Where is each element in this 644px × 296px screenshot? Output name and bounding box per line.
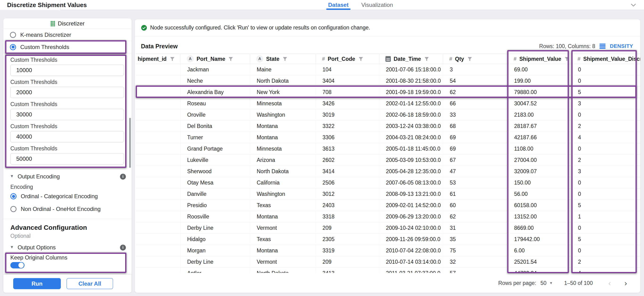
column-header-State[interactable]: A State (250, 54, 316, 64)
node-title-box: Discretize Shipment Values (0, 0, 60, 10)
column-type-icon: # (514, 56, 516, 62)
table-row[interactable]: Antler North Dakota3413 2011-03-21 07:37… (136, 268, 640, 273)
discretizer-options: K-means Discretizer Custom Thresholds (3, 29, 132, 53)
tab-dataset[interactable]: Dataset (328, 0, 349, 10)
threshold-label: Custom Thresholds (10, 145, 124, 152)
radio-option-label: K-means Discretizer (20, 32, 71, 38)
table-row[interactable]: Derby Line Vermont209 2010-07-14 03:14:0… (136, 256, 640, 268)
threshold-field-group: Custom Thresholds (10, 56, 124, 76)
table-row[interactable]: Turner Montana3306 2004-03-21 08:24:00.0… (136, 132, 640, 143)
radio-option[interactable]: Non Ordinal - OneHot Encoding (4, 203, 132, 216)
column-type-icon: A (256, 56, 263, 62)
density-button[interactable]: DENSITY (610, 43, 633, 49)
radio-option[interactable]: K-means Discretizer (3, 29, 132, 41)
column-header-Shipment_Value[interactable]: # Shipment_Value (508, 54, 572, 64)
table-row[interactable]: Danville Washington3012 2008-09-13 13:21… (136, 188, 640, 200)
preview-header: Data Preview Rows: 100, Columns: 8 DENSI… (141, 36, 633, 54)
output-options-title: Output Options (18, 244, 56, 251)
table-row[interactable]: Neche North Dakota3404 2001-08-30 21:58:… (136, 76, 640, 87)
column-name: Port_Code (328, 56, 355, 62)
table-row[interactable]: Alexandria Bay New York708 2001-09-18 19… (136, 87, 640, 98)
threshold-input[interactable] (10, 131, 124, 142)
table-row[interactable]: Presidio Texas2403 2009-02-01 14:52:00.0… (136, 200, 640, 211)
table-row[interactable]: Jackman Maine104 2001-07-06 15:18:00.03 … (136, 64, 640, 76)
column-header-Qty[interactable]: # Qty (443, 54, 508, 64)
chevron-down-icon[interactable] (630, 2, 637, 8)
column-name: Port_Name (196, 56, 225, 62)
advanced-configuration-title: Advanced Configuration (10, 224, 87, 232)
optional-label: Optional (10, 233, 31, 239)
filter-icon[interactable] (228, 56, 234, 62)
filter-icon[interactable] (564, 56, 570, 62)
encoding-label: Encoding (10, 184, 33, 190)
threshold-list: Custom Thresholds Custom Thresholds Cust… (10, 56, 124, 167)
table-row[interactable]: Grand Portage Minnesota3613 2005-01-18 1… (136, 143, 640, 154)
panel-footer: Run Clear All (3, 274, 132, 293)
filter-icon[interactable] (170, 56, 175, 62)
rows-per-page-select[interactable]: 50 ▼ (540, 280, 553, 286)
collapse-triangle-icon[interactable]: ▼ (10, 174, 14, 179)
filter-icon[interactable] (467, 56, 473, 62)
column-header-Shipment_Value_Discretize[interactable]: # Shipment_Value_Discretize (572, 54, 640, 64)
filter-icon[interactable] (424, 56, 430, 62)
table-row[interactable]: Morgan Montana3319 2010-07-04 22:08:00.0… (136, 245, 640, 256)
column-type-icon: # (322, 56, 325, 62)
table-row[interactable]: Del Bonita Montana3322 2003-12-24 03:38:… (136, 121, 640, 132)
table-row[interactable]: Sherwood North Dakota3414 2005-04-28 12:… (136, 166, 640, 177)
keep-original-columns-toggle[interactable] (10, 262, 24, 268)
rows-per-page-value: 50 (540, 280, 547, 286)
status-message: Node successfully configured. Click 'Run… (150, 24, 370, 31)
prev-page-button[interactable]: ‹ (608, 279, 611, 287)
discretizer-icon (50, 21, 55, 26)
info-icon[interactable]: i (120, 244, 126, 250)
column-name: Qty (455, 56, 464, 62)
threshold-input[interactable] (10, 64, 124, 76)
threshold-label: Custom Thresholds (10, 101, 124, 108)
threshold-field-group: Custom Thresholds (10, 101, 124, 120)
threshold-input[interactable] (10, 153, 124, 164)
column-type-icon: A (187, 56, 194, 62)
column-header-Port_Name[interactable]: A Port_Name (180, 54, 250, 64)
collapse-triangle-icon[interactable]: ▼ (10, 245, 14, 250)
radio-option[interactable]: Ordinal - Categorical Encoding (4, 190, 132, 203)
run-button[interactable]: Run (13, 278, 61, 289)
toggle-knob (18, 262, 24, 268)
panel-scrollbar[interactable] (129, 118, 131, 168)
column-type-icon: # (449, 56, 452, 62)
table-row[interactable]: Derby Line Vermont209 2009-10-24 02:10:0… (136, 222, 640, 234)
column-type-icon: # (578, 56, 580, 62)
threshold-field-group: Custom Thresholds (10, 79, 124, 98)
rows-per-page-label: Rows per page: (498, 280, 536, 286)
panel-header: Discretizer (3, 18, 132, 29)
data-preview-title: Data Preview (141, 43, 178, 50)
column-name: hipment_id (138, 56, 167, 62)
column-header-hipment_id[interactable]: hipment_id (136, 54, 180, 64)
column-header-Date_Time[interactable]: Date_Time (379, 54, 443, 64)
radio-option[interactable]: Custom Thresholds (3, 41, 132, 53)
filter-icon[interactable] (282, 56, 288, 62)
table-row[interactable]: Lukeville Arizona2602 2005-03-09 10:53:0… (136, 154, 640, 166)
radio-option-label: Ordinal - Categorical Encoding (21, 193, 98, 200)
tab-visualization[interactable]: Visualization (361, 0, 393, 10)
column-name: Shipment_Value_Discretize (583, 56, 640, 62)
radio-icon (10, 44, 16, 50)
table-row[interactable]: Roosville Montana3318 2009-06-29 13:20:0… (136, 211, 640, 222)
clear-all-button[interactable]: Clear All (66, 278, 113, 289)
output-encoding-section[interactable]: ▼ Output Encoding i (10, 173, 126, 180)
panel-title: Discretizer (58, 20, 84, 27)
column-header-Port_Code[interactable]: # Port_Code (316, 54, 379, 64)
threshold-input[interactable] (10, 109, 124, 120)
table-row[interactable]: Otay Mesa California2506 2007-06-05 08:1… (136, 177, 640, 188)
info-icon[interactable]: i (120, 174, 126, 180)
app-window: Discretize Shipment Values DatasetVisual… (0, 0, 644, 296)
output-options-section[interactable]: ▼ Output Options i (10, 244, 126, 251)
table-row[interactable]: Oroville Washington3019 2002-06-18 18:59… (136, 109, 640, 121)
next-page-button[interactable]: › (624, 279, 627, 287)
threshold-label: Custom Thresholds (10, 56, 124, 63)
table-row[interactable]: Hidalgo Texas2305 2009-11-26 09:59:00.03… (136, 234, 640, 245)
dataset-card: Node successfully configured. Click 'Run… (135, 19, 640, 293)
threshold-input[interactable] (10, 87, 124, 98)
table-row[interactable]: Roseau Minnesota3426 2002-01-14 12:55:00… (136, 98, 640, 109)
radio-icon (10, 32, 16, 38)
filter-icon[interactable] (358, 56, 364, 62)
